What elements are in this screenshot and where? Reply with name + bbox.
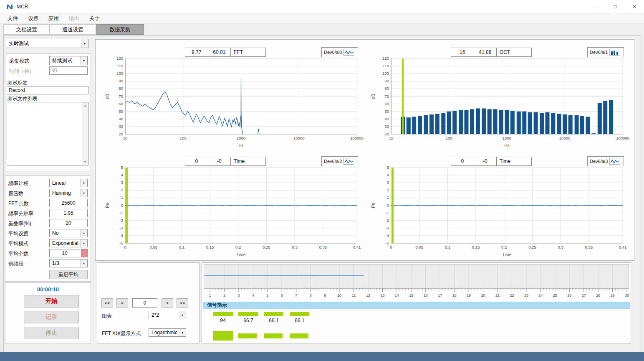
svg-text:30: 30: [119, 124, 123, 129]
test-type-select[interactable]: 实时测试 ▾: [6, 39, 88, 48]
menubar: 文件 设置 应用 输出 关于: [0, 13, 644, 24]
scrollbar[interactable]: ▲ ▼: [82, 102, 88, 165]
octave-select[interactable]: 1/3 ▾: [49, 259, 88, 267]
svg-text:4: 4: [252, 293, 254, 297]
restart-average-button[interactable]: 重启平均: [49, 270, 88, 279]
level-meter2-ch3: [264, 333, 283, 338]
svg-text:23: 23: [524, 293, 528, 297]
avg-mode-select[interactable]: Exponential ▾: [49, 239, 88, 247]
test-tag-label: 测试标签: [8, 79, 28, 86]
menu-apply[interactable]: 应用: [43, 15, 64, 22]
time-seconds-input[interactable]: [49, 66, 88, 75]
acq-mode-select[interactable]: 持续测试 ▾: [49, 56, 88, 65]
chevron-down-icon: ▾: [80, 189, 87, 197]
menu-settings[interactable]: 设置: [23, 15, 43, 22]
svg-text:20: 20: [384, 132, 389, 136]
level-meter-ch1: [213, 312, 233, 316]
next-page-button[interactable]: >: [162, 298, 173, 308]
time-chart-ai3[interactable]: 543210-1-2-3-4-500.050.10.150.20.250.30.…: [369, 163, 636, 261]
svg-text:Pa: Pa: [371, 203, 376, 208]
page-index-input[interactable]: [132, 298, 157, 308]
last-page-button[interactable]: >>: [177, 298, 188, 308]
svg-text:100: 100: [116, 71, 123, 76]
level-meter-ch2: [238, 312, 258, 316]
first-page-button[interactable]: <<: [101, 298, 113, 308]
svg-text:-2: -2: [386, 218, 389, 223]
tab-document-settings[interactable]: 文档设置: [3, 24, 50, 35]
overlap-rate-input[interactable]: [49, 219, 88, 227]
svg-text:9: 9: [324, 293, 326, 297]
fft-axis-mode-label: FFT X轴显示方式: [102, 330, 141, 337]
svg-text:25: 25: [553, 293, 557, 297]
svg-text:90: 90: [384, 79, 389, 83]
avg-count-input[interactable]: [49, 249, 80, 257]
menu-file[interactable]: 文件: [3, 15, 23, 22]
svg-text:24: 24: [538, 293, 543, 297]
svg-text:10: 10: [123, 136, 128, 140]
svg-text:29: 29: [611, 293, 615, 297]
oct-chart[interactable]: 1201101009080706050403020101001000100001…: [369, 54, 636, 152]
window-function-select[interactable]: Hanning ▾: [49, 189, 88, 197]
avg-mode-label: 平均模式: [8, 240, 28, 247]
tab-channel-settings[interactable]: 通道设置: [50, 24, 96, 35]
tab-data-acquisition[interactable]: 数据采集: [96, 24, 144, 35]
chevron-down-icon: ▾: [80, 56, 87, 65]
time-chart-ai2[interactable]: 543210-1-2-3-4-500.050.10.150.20.250.30.…: [104, 163, 371, 261]
scroll-down-icon[interactable]: ▼: [82, 159, 88, 165]
elapsed-timer: 00:00:10: [5, 286, 91, 292]
test-tag-input[interactable]: [7, 86, 88, 94]
file-list-label: 测试文件列表: [8, 95, 38, 102]
level-meter2-ch1: [213, 331, 233, 341]
svg-text:80: 80: [119, 86, 123, 91]
freq-weighting-label: 频率计权: [8, 180, 28, 187]
svg-text:100000: 100000: [616, 136, 629, 140]
window-function-value: Hanning: [50, 190, 80, 196]
svg-text:0.1: 0.1: [445, 245, 450, 249]
svg-text:0.3: 0.3: [292, 245, 297, 249]
svg-text:30: 30: [625, 293, 629, 297]
svg-text:-5: -5: [386, 241, 389, 245]
svg-text:0.15: 0.15: [472, 245, 480, 249]
svg-text:21: 21: [495, 293, 500, 297]
svg-text:-2: -2: [120, 218, 123, 223]
freq-resolution-input[interactable]: [49, 209, 88, 217]
freq-weighting-select[interactable]: Linear ▾: [49, 179, 88, 187]
prev-page-button[interactable]: <: [116, 298, 128, 308]
menu-about[interactable]: 关于: [84, 15, 105, 22]
svg-text:27: 27: [582, 293, 586, 297]
record-button[interactable]: 记录: [24, 311, 79, 323]
svg-text:3: 3: [237, 293, 240, 297]
scroll-up-icon[interactable]: ▲: [82, 102, 88, 109]
minimize-button[interactable]: —: [586, 0, 606, 13]
svg-text:-3: -3: [386, 226, 389, 230]
svg-text:0.2: 0.2: [235, 245, 241, 249]
record-timeline[interactable]: 1234567891011121314151617181920212223242…: [204, 264, 629, 301]
maximize-button[interactable]: □: [606, 0, 625, 13]
window-title: MCR: [17, 4, 28, 10]
level-meter-ch4: [290, 312, 309, 316]
test-file-list[interactable]: ▲ ▼: [7, 102, 88, 165]
stop-button[interactable]: 停止: [24, 327, 79, 339]
start-button[interactable]: 开始: [24, 295, 79, 308]
svg-text:1000: 1000: [503, 136, 511, 140]
close-button[interactable]: ✕: [625, 0, 644, 13]
svg-text:Pa: Pa: [105, 203, 110, 208]
fft-axis-mode-select[interactable]: Logarithmic ▾: [149, 328, 186, 337]
svg-text:0.25: 0.25: [528, 245, 536, 249]
svg-text:30: 30: [384, 124, 389, 129]
svg-text:0.1: 0.1: [179, 245, 184, 249]
fft-chart[interactable]: 1201101009080706050403020101001000100001…: [104, 54, 371, 152]
svg-text:100: 100: [446, 136, 452, 140]
svg-text:60: 60: [119, 102, 123, 106]
svg-text:4: 4: [387, 173, 389, 177]
avg-setting-select[interactable]: No ▾: [49, 229, 88, 237]
svg-text:110: 110: [383, 64, 389, 68]
test-type-value: 实时测试: [6, 40, 81, 47]
svg-text:Hz: Hz: [504, 143, 509, 148]
fft-points-input[interactable]: [49, 199, 88, 207]
level-value-ch2: 66.7: [238, 318, 258, 323]
chart-layout-select[interactable]: 2*2 ▾: [149, 311, 186, 319]
level-value-ch3: 66.1: [264, 318, 283, 323]
svg-text:2: 2: [121, 188, 123, 192]
svg-text:-5: -5: [120, 241, 123, 245]
